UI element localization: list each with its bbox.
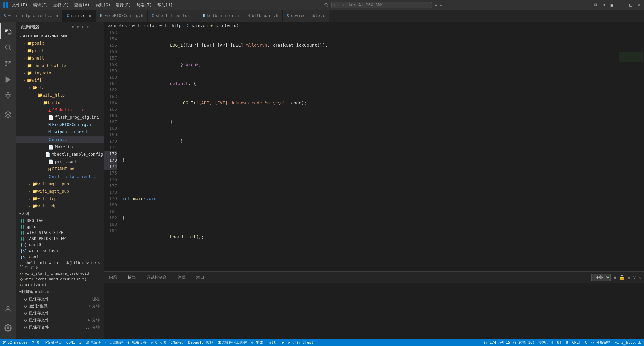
activity-explorer[interactable] [0,23,16,39]
tab-close[interactable]: ✕ [55,13,58,18]
status-line-ending[interactable]: CRLF [572,340,581,345]
new-folder-icon[interactable]: ⊕ [77,25,79,29]
menu-bar[interactable]: 文件(F) 编辑(E) 选择(S) 查看(V) 转到(G) 运行(R) 终端(T… [12,2,173,8]
panel-up-icon[interactable]: ∧ [628,275,630,280]
status-run-ctest[interactable]: ▶ 运行 CTest [289,340,314,345]
status-device[interactable]: ⚙ 烧录设备 [127,340,147,345]
menu-terminal[interactable]: 终端(T) [137,2,152,8]
tree-item-wifi-http[interactable]: ▾ 📂 wifi_http [16,91,104,99]
tree-item-cmakelists[interactable]: ▸ ▲ CMakeLists.txt [16,106,104,114]
status-clear[interactable]: 🧹 清理编译 [79,340,101,345]
tab-main-c[interactable]: C main.c ✕ [63,10,96,22]
status-branch[interactable]: ⎇ master [3,340,28,345]
tree-item-tinymaix[interactable]: ▸ 📁 tinymaix [16,69,104,77]
new-file-icon[interactable]: ⊕ [72,25,74,29]
tree-item-wifi-http-client[interactable]: ▸ C wifi_http_client.c [16,173,104,180]
breadcrumb-sta[interactable]: sta [147,23,154,28]
task-select[interactable]: 任务 [591,274,611,281]
panel-tab-problems[interactable]: 问题 [104,272,122,283]
more-icon[interactable]: ··· [92,25,100,29]
status-sync[interactable]: ⟳ 0 [32,340,39,345]
tree-item-printf[interactable]: ▸ 📁 printf [16,47,104,54]
settings-icon[interactable]: ⚙ [601,2,607,8]
menu-help[interactable]: 帮助(H) [157,2,173,8]
tree-item-wifi[interactable]: ▾ 📂 wifi [16,77,104,84]
tree-item-wifi-udp[interactable]: ▸ 📁 wifi_udp [16,202,104,210]
menu-edit[interactable]: 编辑(E) [33,2,48,8]
panel-tab-ports[interactable]: 端口 [191,272,210,283]
status-no-tool[interactable]: 未选择任何工具包 [218,340,247,345]
breadcrumb-examples[interactable]: examples [108,23,127,28]
status-analyze[interactable]: ○ 分析完毕 [591,340,610,345]
status-cmake[interactable]: CMake: [Debug]: 就绪 [171,340,214,345]
tree-item-shell[interactable]: ▸ 📁 shell [16,54,104,62]
close-button[interactable]: ✕ [636,2,641,8]
tree-item-build[interactable]: ▸ 📁 build [16,99,104,106]
outline-header[interactable]: ▾ 大纲 [16,210,104,218]
split-editor[interactable]: ⧉ [593,2,599,8]
tab-bflb-mtimer[interactable]: H bflb_mtimer.h [199,10,243,22]
refresh-icon[interactable]: ↻ [82,25,84,29]
maximize-button[interactable]: □ [628,2,633,8]
tab-freertos-config[interactable]: H FreeRTOSConfig.h [96,10,148,22]
menu-goto[interactable]: 转到(G) [95,2,111,8]
tree-item-wifi-tcp[interactable]: ▸ 📁 wifi_tcp [16,195,104,202]
breadcrumb-main-void[interactable]: main(void) [215,23,239,28]
tree-item-lwipopts[interactable]: ▸ H lwipopts_user.h [16,128,104,136]
search-bar[interactable]: aithinker_Ai-M6X_SDK [331,2,432,8]
tab-shell-freertos[interactable]: C shell_freertos.c [148,10,199,22]
timeline-header[interactable]: ▾ 时间线 main.c [16,288,104,296]
tree-item-wifi-mqtt-pub[interactable]: ▸ 📁 wifi_mqtt_pub [16,180,104,188]
breadcrumb-wifi-http[interactable]: wifi_http [159,23,181,28]
breadcrumb-wifi[interactable]: wifi [132,23,142,28]
tree-item-tensorflowlite[interactable]: ▸ 📁 tensorflowlite [16,62,104,69]
menu-run[interactable]: 运行(R) [116,2,131,8]
status-encoding[interactable]: UTF-8 [557,340,568,345]
breadcrumb-main-c[interactable]: main.c [191,23,205,28]
menu-view[interactable]: 查看(V) [74,2,90,8]
panel-down-icon[interactable]: ∨ [633,275,636,280]
status-all[interactable]: [all] [267,340,278,345]
tree-item-posix[interactable]: ▸ 📁 posix [16,40,104,47]
status-line-col[interactable]: 行 174，列 15 (已选择 10) [484,340,535,345]
panel-tab-terminal[interactable]: 终端 [172,272,191,283]
menu-select[interactable]: 选择(S) [53,2,69,8]
status-generate[interactable]: ⚙ 生成 [251,340,263,345]
activity-run[interactable] [0,72,16,88]
panel-list-icon[interactable]: ≡ [613,275,616,280]
collapse-icon[interactable]: ⊟ [87,25,90,29]
layout-icon[interactable]: ▣ [609,2,615,8]
activity-git[interactable] [0,55,16,72]
panel-tab-debug-console[interactable]: 调试控制台 [141,272,172,283]
panel-close-icon[interactable]: ✕ [639,275,641,280]
minimize-button[interactable]: — [620,2,626,8]
tab-device-table[interactable]: C device_table.c [283,10,330,22]
tree-item-proj[interactable]: ▸ 📄 proj.conf [16,158,104,165]
activity-search[interactable] [0,39,16,55]
activity-account[interactable] [0,301,16,317]
tree-item-flash-prog[interactable]: ▸ 📄 flash_prog_cfg.ini [16,114,104,121]
tree-item-freertosconfig[interactable]: ▸ H FreeRTOSConfig.h [16,121,104,128]
tab-close[interactable]: ✕ [89,13,91,18]
status-serial[interactable]: 小安派串口: COM1 [43,340,75,345]
panel-lock-icon[interactable]: 🔒 [619,275,625,280]
activity-settings[interactable] [0,320,16,336]
status-errors[interactable]: ⊗ 0 △ 0 [151,340,166,345]
tab-bflb-uart[interactable]: H bflb_uart.h [243,10,283,22]
code-editor[interactable]: 153 154 155 156 157 158 159 160 161 162 … [104,29,617,271]
status-language[interactable]: C [585,340,588,345]
tree-item-readme[interactable]: ▸ M README.md [16,165,104,173]
status-filename[interactable]: wifi_http.lb [615,340,641,345]
nav-back[interactable]: ◀ [435,3,437,7]
tab-wifi-http-client[interactable]: C wifi_http_client.c ✕ [0,10,63,22]
activity-cmake[interactable] [0,107,16,123]
tree-item-sta[interactable]: ▾ 📂 sta [16,84,104,91]
panel-tab-output[interactable]: 输出 [122,272,141,283]
status-run[interactable]: ▶ [282,340,285,345]
status-ota[interactable]: 小安派编译 [105,340,123,345]
status-spaces[interactable]: 空格: 4 [539,340,553,345]
tree-item-mbedtls[interactable]: ▸ 📄 mbedtls_sample_config.h [16,151,104,158]
activity-extensions[interactable] [0,88,16,104]
menu-file[interactable]: 文件(F) [12,2,28,8]
tree-item-wifi-mqtt-sub[interactable]: ▸ 📁 wifi_mqtt_sub [16,188,104,195]
